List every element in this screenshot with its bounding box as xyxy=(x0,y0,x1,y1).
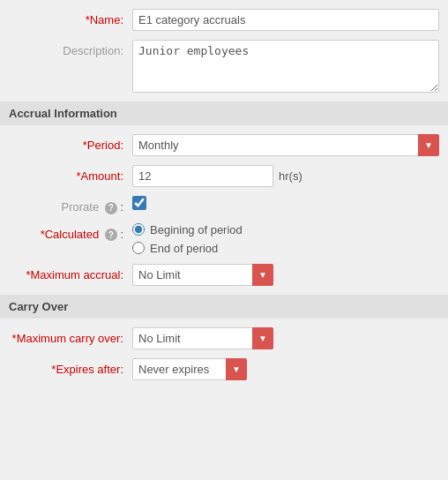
accrual-section-header: Accrual Information xyxy=(0,101,448,125)
amount-label: *Amount: xyxy=(9,165,132,183)
expires-label: *Expires after: xyxy=(9,358,132,376)
name-row: *Name: xyxy=(0,9,448,31)
prorate-checkbox[interactable] xyxy=(132,196,146,210)
description-input[interactable]: Junior employees xyxy=(132,40,439,93)
radio-end-input[interactable] xyxy=(132,242,145,254)
amount-input[interactable] xyxy=(132,165,273,187)
amount-group: hr(s) xyxy=(132,165,302,187)
max-accrual-select-wrapper: No Limit Custom xyxy=(132,264,273,286)
name-input[interactable] xyxy=(132,9,439,31)
period-row: *Period: Monthly Weekly Biweekly Semimon… xyxy=(0,134,448,156)
expires-select-wrapper: Never expires Custom xyxy=(132,358,247,380)
max-accrual-row: *Maximum accrual: No Limit Custom xyxy=(0,264,448,286)
description-label: Description: xyxy=(9,40,132,57)
prorate-group xyxy=(132,196,146,210)
prorate-row: Prorate ? : xyxy=(0,196,448,214)
radio-beginning[interactable]: Begining of period xyxy=(132,223,243,236)
period-label: *Period: xyxy=(9,134,132,152)
max-accrual-select[interactable]: No Limit Custom xyxy=(132,264,273,286)
prorate-label: Prorate ? : xyxy=(9,196,132,214)
form-container: *Name: Description: Junior employees Acc… xyxy=(0,0,448,398)
radio-end[interactable]: End of period xyxy=(132,242,243,255)
period-select[interactable]: Monthly Weekly Biweekly Semimonthly Annu… xyxy=(132,134,439,156)
calculated-row: *Calculated ? : Begining of period End o… xyxy=(0,223,448,255)
max-carry-row: *Maximum carry over: No Limit Custom xyxy=(0,327,448,349)
calculated-help-icon[interactable]: ? xyxy=(105,229,117,241)
radio-beginning-input[interactable] xyxy=(132,223,145,236)
max-accrual-label: *Maximum accrual: xyxy=(9,264,132,281)
max-carry-select[interactable]: No Limit Custom xyxy=(132,327,273,349)
max-carry-select-wrapper: No Limit Custom xyxy=(132,327,273,349)
max-carry-label: *Maximum carry over: xyxy=(9,327,132,345)
description-row: Description: Junior employees xyxy=(0,40,448,93)
amount-unit: hr(s) xyxy=(279,169,302,183)
amount-row: *Amount: hr(s) xyxy=(0,165,448,187)
period-select-wrapper: Monthly Weekly Biweekly Semimonthly Annu… xyxy=(132,134,439,156)
expires-row: *Expires after: Never expires Custom xyxy=(0,358,448,380)
calculated-radio-group: Begining of period End of period xyxy=(132,223,243,255)
radio-end-label: End of period xyxy=(150,242,218,255)
calculated-label: *Calculated ? : xyxy=(9,223,132,242)
carry-over-section-header: Carry Over xyxy=(0,295,448,319)
expires-select[interactable]: Never expires Custom xyxy=(132,358,247,380)
name-label: *Name: xyxy=(9,9,132,26)
radio-beginning-label: Begining of period xyxy=(150,223,243,236)
prorate-help-icon[interactable]: ? xyxy=(105,202,117,214)
